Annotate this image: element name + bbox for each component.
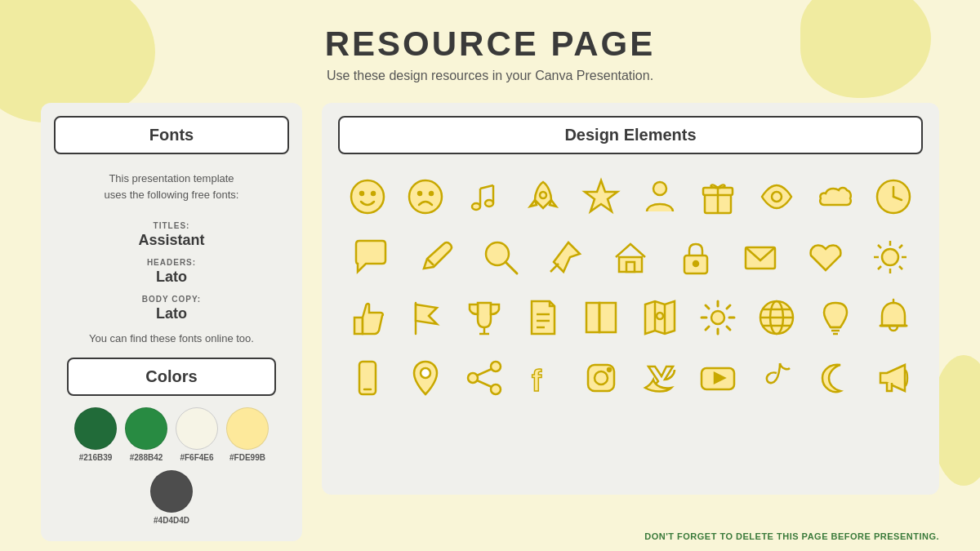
icon-person [634, 171, 686, 223]
swatch-1: #216B39 [74, 407, 117, 462]
svg-point-71 [595, 371, 608, 384]
main-row: Fonts This presentation template uses th… [41, 103, 939, 541]
swatch-2: #288B42 [125, 407, 167, 462]
colors-title: Colors [145, 367, 197, 385]
icon-rocket [517, 171, 569, 223]
svg-point-66 [491, 384, 501, 394]
svg-line-23 [506, 262, 517, 273]
icon-lock [670, 231, 722, 283]
icon-cloud [809, 171, 862, 223]
color-hex-4: #FDE99B [229, 453, 265, 462]
icon-facebook: f [517, 352, 569, 404]
icon-bell [867, 291, 920, 344]
icon-smiley [341, 171, 394, 223]
icon-settings [692, 291, 744, 344]
fonts-title: Fonts [149, 126, 194, 144]
svg-point-7 [485, 200, 493, 207]
font-entry-titles: TITLES: Assistant [41, 217, 302, 249]
svg-marker-12 [585, 180, 617, 211]
svg-line-38 [878, 266, 881, 269]
design-elements-header: Design Elements [338, 116, 923, 154]
icon-sun [864, 231, 916, 283]
icon-star [575, 171, 627, 223]
icon-book [575, 291, 627, 344]
icon-globe [751, 291, 803, 344]
svg-point-5 [430, 192, 433, 195]
icon-magnify [474, 231, 527, 283]
colors-section-header: Colors [67, 358, 276, 396]
colors-section: Colors #216B39 #288B42 #F6F4E6 [41, 358, 302, 525]
left-panel: Fonts This presentation template uses th… [41, 103, 302, 541]
icon-mobile [341, 352, 394, 404]
icon-moon [809, 352, 862, 404]
svg-point-11 [540, 192, 546, 198]
svg-line-36 [899, 266, 902, 269]
icon-sad [399, 171, 452, 223]
right-panel: Design Elements [322, 103, 939, 495]
icon-lightbulb [809, 291, 862, 344]
fonts-description: This presentation template uses the foll… [41, 162, 302, 211]
icon-twitter [634, 352, 686, 404]
icon-youtube [692, 352, 744, 404]
color-swatch-1 [74, 407, 117, 450]
color-hex-3: #F6F4E6 [180, 453, 213, 462]
svg-point-50 [711, 311, 724, 324]
svg-point-64 [491, 362, 501, 371]
svg-point-17 [772, 192, 782, 202]
icon-gift [692, 171, 744, 223]
svg-point-2 [372, 192, 375, 195]
icon-thumbsup [341, 291, 394, 344]
color-swatches: #216B39 #288B42 #F6F4E6 #FDE99B [54, 407, 289, 525]
svg-point-0 [351, 180, 384, 213]
icon-location [399, 352, 452, 404]
icon-share [458, 352, 510, 404]
color-swatch-3 [176, 407, 218, 450]
icons-row-3 [338, 291, 923, 344]
icon-chat [345, 231, 397, 283]
icon-pencil [409, 231, 461, 283]
svg-point-72 [608, 368, 611, 371]
color-swatch-5 [150, 470, 193, 513]
fonts-note: You can find these fonts online too. [54, 332, 289, 344]
icon-eye [751, 171, 803, 223]
svg-point-6 [472, 203, 480, 210]
svg-point-28 [693, 261, 698, 266]
color-swatch-2 [125, 407, 167, 450]
icon-flag [399, 291, 452, 344]
svg-line-68 [477, 380, 492, 387]
font-entry-body: BODY COPY: Lato [41, 291, 302, 322]
svg-line-10 [480, 185, 493, 189]
icons-row-1 [338, 171, 923, 223]
design-elements-title: Design Elements [564, 126, 696, 144]
icons-row-4: f [338, 352, 923, 404]
swatch-4: #FDE99B [226, 407, 269, 462]
icon-mail [734, 231, 786, 283]
svg-point-13 [653, 182, 666, 195]
icon-map [634, 291, 686, 344]
icon-heart [800, 231, 852, 283]
svg-line-67 [477, 369, 492, 375]
color-hex-2: #288B42 [130, 453, 163, 462]
svg-line-35 [878, 245, 881, 248]
page-subtitle: Use these design resources in your Canva… [41, 69, 939, 83]
fonts-section-header: Fonts [54, 116, 289, 154]
icons-grid: f [338, 171, 923, 404]
svg-point-1 [360, 192, 363, 195]
svg-point-65 [468, 373, 478, 383]
svg-rect-26 [626, 262, 635, 272]
font-entry-headers: HEADERS: Lato [41, 254, 302, 286]
swatch-5: #4D4D4D [150, 470, 193, 525]
icon-pin [539, 231, 591, 283]
icon-music [458, 171, 510, 223]
icon-trophy [458, 291, 510, 344]
icon-tiktok [751, 352, 803, 404]
icon-document [517, 291, 569, 344]
svg-point-4 [418, 192, 421, 195]
icon-house [604, 231, 657, 283]
icon-clock [867, 171, 920, 223]
color-swatch-4 [226, 407, 269, 450]
icon-megaphone [867, 352, 920, 404]
svg-text:f: f [532, 364, 542, 398]
page-title: RESOURCE PAGE [41, 24, 939, 64]
swatch-3: #F6F4E6 [176, 407, 218, 462]
